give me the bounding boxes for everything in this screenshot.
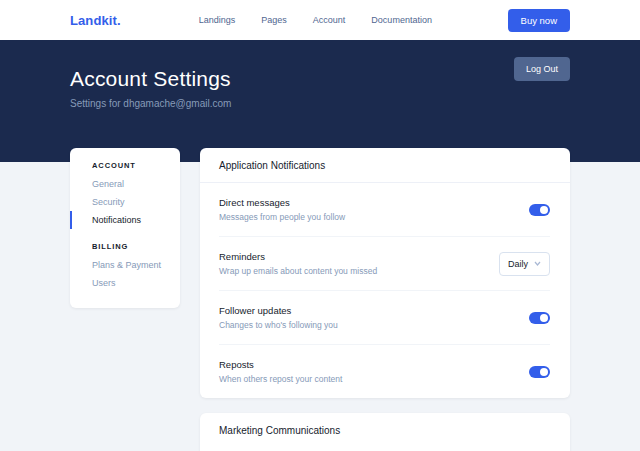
- nav-link-documentation[interactable]: Documentation: [371, 15, 432, 25]
- setting-subtitle: When others repost your content: [219, 374, 342, 384]
- reminders-frequency-value: Daily: [508, 259, 528, 269]
- sidebar-item-notifications[interactable]: Notifications: [70, 211, 180, 229]
- setting-row-reposts: Reposts When others repost your content: [219, 345, 550, 398]
- top-navbar: Landkit. Landings Pages Account Document…: [0, 0, 640, 40]
- main-nav: Landings Pages Account Documentation: [199, 15, 432, 25]
- setting-text-reposts: Reposts When others repost your content: [219, 359, 342, 384]
- nav-link-pages[interactable]: Pages: [261, 15, 287, 25]
- setting-subtitle: Messages from people you follow: [219, 212, 345, 222]
- setting-text-follower-updates: Follower updates Changes to who's follow…: [219, 305, 338, 330]
- setting-subtitle: Changes to who's following you: [219, 320, 338, 330]
- setting-row-follower-updates: Follower updates Changes to who's follow…: [219, 291, 550, 345]
- marketing-communications-card: Marketing Communications: [200, 413, 570, 451]
- setting-title: Reminders: [219, 251, 377, 262]
- page-subtitle: Settings for dhgamache@gmail.com: [70, 98, 570, 109]
- sidebar-heading-account: Account: [70, 161, 180, 170]
- setting-title: Direct messages: [219, 197, 345, 208]
- direct-messages-toggle[interactable]: [529, 204, 550, 216]
- page-header: Account Settings Settings for dhgamache@…: [0, 40, 640, 162]
- setting-row-reminders: Reminders Wrap up emails about content y…: [219, 237, 550, 291]
- setting-subtitle: Wrap up emails about content you missed: [219, 266, 377, 276]
- sidebar-section-billing: Billing Plans & Payment Users: [70, 242, 180, 292]
- page-title: Account Settings: [70, 67, 570, 91]
- marketing-communications-title: Marketing Communications: [200, 413, 570, 447]
- content-area: Account General Security Notifications B…: [70, 148, 570, 451]
- toggle-knob: [540, 206, 548, 214]
- log-out-button[interactable]: Log Out: [514, 57, 570, 81]
- follower-updates-toggle[interactable]: [529, 312, 550, 324]
- sidebar-item-users[interactable]: Users: [70, 274, 180, 292]
- nav-link-landings[interactable]: Landings: [199, 15, 236, 25]
- setting-text-reminders: Reminders Wrap up emails about content y…: [219, 251, 377, 276]
- setting-title: Reposts: [219, 359, 342, 370]
- sidebar-item-security[interactable]: Security: [70, 193, 180, 211]
- setting-row-direct-messages: Direct messages Messages from people you…: [219, 183, 550, 237]
- sidebar-item-plans-payment[interactable]: Plans & Payment: [70, 256, 180, 274]
- toggle-knob: [540, 368, 548, 376]
- sidebar-section-account: Account General Security Notifications: [70, 161, 180, 229]
- buy-now-button[interactable]: Buy now: [508, 9, 570, 32]
- setting-text-direct-messages: Direct messages Messages from people you…: [219, 197, 345, 222]
- toggle-knob: [540, 314, 548, 322]
- chevron-down-icon: [534, 261, 541, 266]
- sidebar-item-general[interactable]: General: [70, 175, 180, 193]
- reminders-frequency-select[interactable]: Daily: [499, 252, 550, 276]
- settings-sidebar: Account General Security Notifications B…: [70, 148, 180, 308]
- application-notifications-title: Application Notifications: [200, 148, 570, 183]
- setting-title: Follower updates: [219, 305, 338, 316]
- landkit-logo[interactable]: Landkit.: [70, 13, 121, 28]
- application-notifications-card: Application Notifications Direct message…: [200, 148, 570, 398]
- notification-settings-list: Direct messages Messages from people you…: [200, 183, 570, 398]
- settings-main-column: Application Notifications Direct message…: [200, 148, 570, 451]
- reposts-toggle[interactable]: [529, 366, 550, 378]
- sidebar-heading-billing: Billing: [70, 242, 180, 251]
- nav-link-account[interactable]: Account: [313, 15, 346, 25]
